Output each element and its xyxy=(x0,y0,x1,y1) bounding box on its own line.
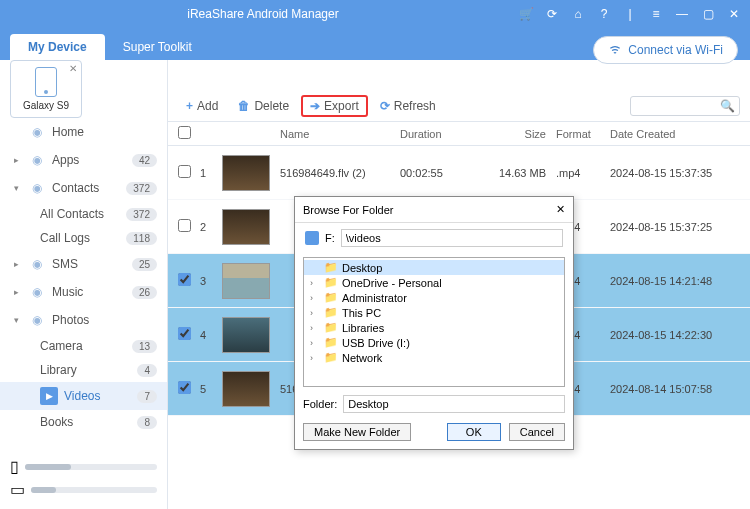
tree-node-libraries[interactable]: › 📁 Libraries xyxy=(304,320,564,335)
folder-tree[interactable]: 📁 Desktop› 📁 OneDrive - Personal› 📁 Admi… xyxy=(303,257,565,387)
tree-node-desktop[interactable]: 📁 Desktop xyxy=(304,260,564,275)
sidebar-item-label: Camera xyxy=(40,339,128,353)
dialog-close-icon[interactable]: ✕ xyxy=(556,203,565,216)
col-size[interactable]: Size xyxy=(482,128,556,140)
sidebar-item-home[interactable]: ◉ Home xyxy=(0,118,167,146)
tree-node-label: Desktop xyxy=(342,262,382,274)
chevron-icon[interactable]: › xyxy=(310,353,320,363)
chevron-icon[interactable]: › xyxy=(310,308,320,318)
refresh-icon[interactable]: ⟳ xyxy=(544,7,560,21)
chevron-icon[interactable]: ▾ xyxy=(14,183,26,193)
folder-input[interactable] xyxy=(343,395,565,413)
wifi-icon xyxy=(608,43,622,57)
sidebar-item-books[interactable]: Books 8 xyxy=(0,410,167,434)
row-checkbox[interactable] xyxy=(178,381,191,394)
select-all-checkbox[interactable] xyxy=(178,126,191,139)
sidebar-item-sms[interactable]: ▸ ◉ SMS 25 xyxy=(0,250,167,278)
tree-node-onedrive-personal[interactable]: › 📁 OneDrive - Personal xyxy=(304,275,564,290)
row-checkbox[interactable] xyxy=(178,327,191,340)
home-icon[interactable]: ⌂ xyxy=(570,7,586,21)
video-thumbnail xyxy=(222,209,270,245)
count-badge: 8 xyxy=(137,416,157,429)
count-badge: 26 xyxy=(132,286,157,299)
browse-folder-dialog: Browse For Folder ✕ F: 📁 Desktop› 📁 OneD… xyxy=(294,196,574,450)
device-name: Galaxy S9 xyxy=(15,100,77,111)
search-input[interactable]: 🔍 xyxy=(630,96,740,116)
tree-node-this-pc[interactable]: › 📁 This PC xyxy=(304,305,564,320)
folder-icon: 📁 xyxy=(324,291,338,304)
refresh-button[interactable]: ⟳Refresh xyxy=(372,96,444,116)
export-icon: ➔ xyxy=(310,99,320,113)
sidebar-item-photos[interactable]: ▾ ◉ Photos xyxy=(0,306,167,334)
chevron-icon[interactable]: › xyxy=(310,278,320,288)
folder-icon: 📁 xyxy=(324,276,338,289)
minimize-icon[interactable]: — xyxy=(674,7,690,21)
maximize-icon[interactable]: ▢ xyxy=(700,7,716,21)
refresh-label: Refresh xyxy=(394,99,436,113)
sidebar-item-music[interactable]: ▸ ◉ Music 26 xyxy=(0,278,167,306)
path-input[interactable] xyxy=(341,229,563,247)
cell-date: 2024-08-15 15:37:35 xyxy=(610,167,740,179)
folder-icon: 📁 xyxy=(324,306,338,319)
row-checkbox[interactable] xyxy=(178,273,191,286)
folder-icon: 📁 xyxy=(324,336,338,349)
make-new-folder-button[interactable]: Make New Folder xyxy=(303,423,411,441)
chevron-icon[interactable]: › xyxy=(310,338,320,348)
col-name[interactable]: Name xyxy=(280,128,400,140)
tree-node-network[interactable]: › 📁 Network xyxy=(304,350,564,365)
sidebar-item-label: Home xyxy=(52,125,157,139)
cell-date: 2024-08-14 15:07:58 xyxy=(610,383,740,395)
tab-my-device[interactable]: My Device xyxy=(10,34,105,60)
close-icon[interactable]: ✕ xyxy=(726,7,742,21)
col-date[interactable]: Date Created xyxy=(610,128,740,140)
sidebar-item-library[interactable]: Library 4 xyxy=(0,358,167,382)
tab-super-toolkit[interactable]: Super Toolkit xyxy=(105,34,210,60)
sidebar-item-apps[interactable]: ▸ ◉ Apps 42 xyxy=(0,146,167,174)
cell-duration: 00:02:55 xyxy=(400,167,482,179)
tree-node-usb-drive-i-[interactable]: › 📁 USB Drive (I:) xyxy=(304,335,564,350)
chevron-icon[interactable]: ▾ xyxy=(14,315,26,325)
sidebar-item-videos[interactable]: ▶ Videos 7 xyxy=(0,382,167,410)
tree-node-label: Network xyxy=(342,352,382,364)
tree-node-administrator[interactable]: › 📁 Administrator xyxy=(304,290,564,305)
ok-button[interactable]: OK xyxy=(447,423,501,441)
sidebar-item-call-logs[interactable]: Call Logs 118 xyxy=(0,226,167,250)
titlebar: iReaShare Android Manager 🛒 ⟳ ⌂ ? | ≡ — … xyxy=(0,0,750,28)
chevron-icon[interactable]: › xyxy=(310,323,320,333)
menu-divider: | xyxy=(622,7,638,21)
video-thumbnail xyxy=(222,317,270,353)
chevron-icon[interactable]: ▸ xyxy=(14,155,26,165)
chevron-icon[interactable]: ▸ xyxy=(14,259,26,269)
row-checkbox[interactable] xyxy=(178,219,191,232)
table-row[interactable]: 1 516984649.flv (2) 00:02:55 14.63 MB .m… xyxy=(168,146,750,200)
menu-icon[interactable]: ≡ xyxy=(648,7,664,21)
delete-label: Delete xyxy=(254,99,289,113)
col-format[interactable]: Format xyxy=(556,128,610,140)
row-checkbox[interactable] xyxy=(178,165,191,178)
col-duration[interactable]: Duration xyxy=(400,128,482,140)
folder-icon: 📁 xyxy=(324,351,338,364)
sidebar-item-all-contacts[interactable]: All Contacts 372 xyxy=(0,202,167,226)
delete-button[interactable]: 🗑Delete xyxy=(230,96,297,116)
sidebar-item-label: Books xyxy=(40,415,133,429)
sidebar-item-contacts[interactable]: ▾ ◉ Contacts 372 xyxy=(0,174,167,202)
sd-storage-icon: ▭ xyxy=(10,480,25,499)
cancel-button[interactable]: Cancel xyxy=(509,423,565,441)
add-button[interactable]: +Add xyxy=(178,96,226,116)
device-chip[interactable]: ✕ Galaxy S9 xyxy=(10,60,82,118)
export-button[interactable]: ➔Export xyxy=(301,95,368,117)
drive-icon xyxy=(305,231,319,245)
chevron-icon[interactable]: ▸ xyxy=(14,287,26,297)
chevron-icon[interactable]: › xyxy=(310,293,320,303)
help-icon[interactable]: ? xyxy=(596,7,612,21)
count-badge: 118 xyxy=(126,232,157,245)
row-number: 1 xyxy=(200,167,222,179)
row-number: 4 xyxy=(200,329,222,341)
connect-wifi-button[interactable]: Connect via Wi-Fi xyxy=(593,36,738,64)
cart-icon[interactable]: 🛒 xyxy=(518,7,534,21)
home-icon: ◉ xyxy=(28,123,46,141)
count-badge: 372 xyxy=(126,182,157,195)
folder-icon: 📁 xyxy=(324,261,338,274)
device-close-icon[interactable]: ✕ xyxy=(69,63,77,74)
sidebar-item-camera[interactable]: Camera 13 xyxy=(0,334,167,358)
